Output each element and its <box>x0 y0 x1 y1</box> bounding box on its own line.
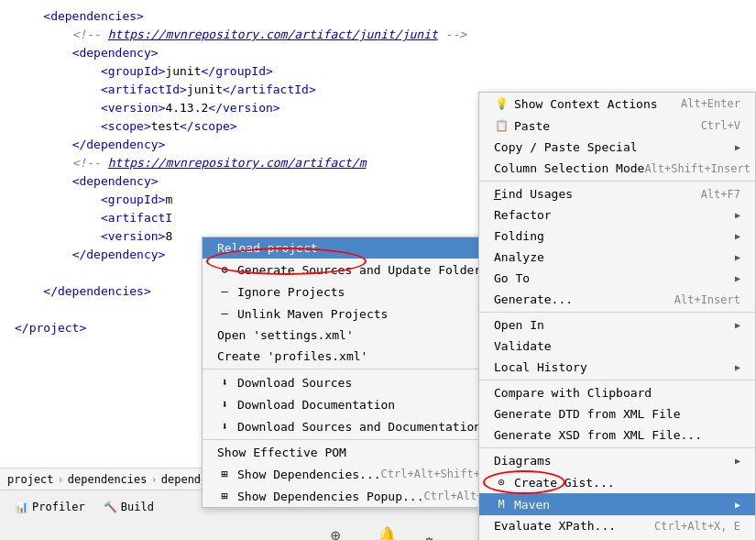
menu-item-local-history[interactable]: Local History ▶ <box>479 357 755 378</box>
menu-item-ignore-projects[interactable]: – Ignore Projects <box>203 281 485 303</box>
menu-item-compare-clipboard[interactable]: Compare with Clipboard <box>479 382 755 403</box>
menu-separator <box>203 369 485 369</box>
menu-item-column-selection[interactable]: Column Selection Mode Alt+Shift+Insert <box>479 158 755 179</box>
submenu-arrow: ▶ <box>735 320 740 330</box>
code-line: <dependency> <box>0 44 756 62</box>
bottom-icon-main-tool[interactable]: ⊕ 主工具 <box>322 525 349 540</box>
tab-label: Profiler <box>32 501 85 513</box>
menu-item-go-to[interactable]: Go To ▶ <box>479 268 755 289</box>
profiler-icon: 📊 <box>15 501 28 513</box>
menu-item-validate[interactable]: Validate <box>479 336 755 357</box>
submenu-arrow: ▶ <box>735 210 740 220</box>
menu-item-analyze[interactable]: Analyze ▶ <box>479 247 755 268</box>
menu-separator <box>479 380 755 380</box>
menu-separator <box>479 447 755 448</box>
menu-item-create-profiles[interactable]: Create 'profiles.xml' <box>203 346 485 367</box>
menu-item-maven[interactable]: M Maven ▶ <box>479 493 755 515</box>
submenu-arrow: ▶ <box>735 456 740 466</box>
menu-item-unlink-maven[interactable]: – Unlink Maven Projects <box>203 303 485 325</box>
menu-item-copy-paste-special[interactable]: Copy / Paste Special ▶ <box>479 137 755 158</box>
breadcrumb-part: dependencies <box>68 473 148 486</box>
code-line: <dependencies> <box>0 7 756 26</box>
menu-item-reload-project[interactable]: Reload project <box>203 237 485 259</box>
build-icon: 🔨 <box>104 501 117 513</box>
right-context-menu[interactable]: 💡 Show Context Actions Alt+Enter 📋 Paste… <box>478 92 756 540</box>
code-line: <!-- https://mvnrepository.com/artifact/… <box>0 26 756 44</box>
menu-item-create-gist[interactable]: ⊙ Create Gist... <box>479 471 755 493</box>
menu-item-download-sources[interactable]: ⬇ Download Sources <box>203 371 485 393</box>
paste-icon: 📋 <box>494 118 509 133</box>
menu-item-show-dependencies[interactable]: ⊞ Show Dependencies... Ctrl+Alt+Shift+U <box>203 463 485 485</box>
tab-label: Build <box>121 501 154 513</box>
menu-item-show-dependencies-popup[interactable]: ⊞ Show Dependencies Popup... Ctrl+Alt+U <box>203 485 485 507</box>
menu-item-folding[interactable]: Folding ▶ <box>479 226 755 247</box>
menu-item-show-unique-xp[interactable]: Show Unique XP <box>479 536 755 540</box>
generate-icon: ⚙ <box>217 262 232 277</box>
submenu-arrow: ▶ <box>735 362 740 372</box>
left-context-menu[interactable]: Reload project ⚙ Generate Sources and Up… <box>202 237 486 508</box>
submenu-arrow: ▶ <box>735 273 740 283</box>
code-line: <groupId>junit</groupId> <box>0 62 756 81</box>
menu-item-generate[interactable]: Generate... Alt+Insert <box>479 289 755 310</box>
menu-item-generate-sources[interactable]: ⚙ Generate Sources and Update Folders <box>203 259 485 281</box>
submenu-arrow: ▶ <box>735 231 740 241</box>
download-icon: ⬇ <box>217 397 232 412</box>
download-icon: ⬇ <box>217 419 232 434</box>
deps-icon: ⊞ <box>217 467 232 481</box>
notify-icon: 🔔 <box>377 525 397 540</box>
github-icon: ⊙ <box>494 475 509 490</box>
menu-item-open-settings[interactable]: Open 'settings.xml' <box>203 325 485 346</box>
download-icon: ⬇ <box>217 375 232 390</box>
menu-item-show-context-actions[interactable]: 💡 Show Context Actions Alt+Enter <box>479 93 755 115</box>
menu-item-evaluate-xpath[interactable]: Evaluate XPath... Ctrl+Alt+X, E <box>479 515 755 536</box>
menu-separator <box>479 312 755 313</box>
submenu-arrow: ▶ <box>735 252 740 262</box>
submenu-arrow: ▶ <box>735 142 740 152</box>
menu-item-download-sources-docs[interactable]: ⬇ Download Sources and Documentation <box>203 415 485 437</box>
minus-icon: – <box>217 306 232 321</box>
main-tool-icon: ⊕ <box>331 525 341 540</box>
menu-item-paste[interactable]: 📋 Paste Ctrl+V <box>479 115 755 137</box>
menu-item-open-in[interactable]: Open In ▶ <box>479 314 755 336</box>
maven-icon: M <box>494 497 509 512</box>
menu-item-show-effective-pom[interactable]: Show Effective POM <box>203 442 485 463</box>
bottom-icon-settings[interactable]: ⚙ <box>424 532 434 540</box>
menu-item-find-usages[interactable]: Find Usages Alt+F7 <box>479 183 755 204</box>
menu-separator <box>203 439 485 440</box>
breadcrumb-part: project <box>7 473 54 486</box>
submenu-arrow: ▶ <box>735 500 740 510</box>
menu-item-download-docs[interactable]: ⬇ Download Documentation <box>203 393 485 415</box>
menu-item-generate-xsd[interactable]: Generate XSD from XML File... <box>479 424 755 446</box>
menu-separator <box>479 181 755 182</box>
settings-icon: ⚙ <box>424 532 434 540</box>
deps-icon: ⊞ <box>217 489 232 503</box>
tab-build[interactable]: 🔨 Build <box>96 497 161 517</box>
bulb-icon: 💡 <box>494 96 509 111</box>
minus-icon: – <box>217 284 232 299</box>
menu-item-generate-dtd[interactable]: Generate DTD from XML File <box>479 403 755 424</box>
tab-profiler[interactable]: 📊 Profiler <box>7 497 93 517</box>
menu-item-diagrams[interactable]: Diagrams ▶ <box>479 450 755 471</box>
menu-item-refactor[interactable]: Refactor ▶ <box>479 204 755 226</box>
bottom-icon-notify[interactable]: 🔔 提醒 <box>377 525 397 540</box>
